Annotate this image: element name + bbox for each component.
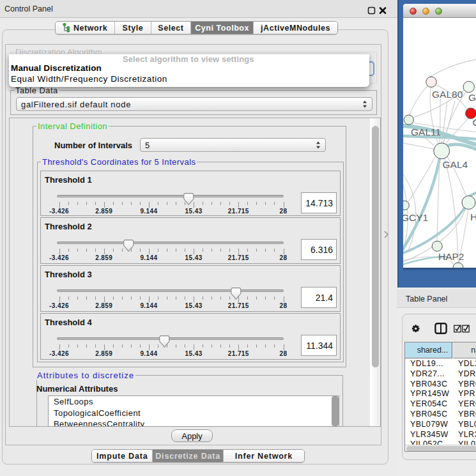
svg-text:GAL80: GAL80 bbox=[432, 89, 463, 100]
svg-text:GAL4: GAL4 bbox=[443, 159, 468, 170]
svg-text:GCY1: GCY1 bbox=[403, 212, 428, 223]
svg-text:HAP2: HAP2 bbox=[438, 251, 464, 262]
svg-text:C: C bbox=[473, 117, 476, 128]
svg-text:H: H bbox=[470, 211, 476, 222]
svg-text:G.: G. bbox=[468, 92, 476, 103]
svg-text:GAL11: GAL11 bbox=[411, 127, 441, 137]
